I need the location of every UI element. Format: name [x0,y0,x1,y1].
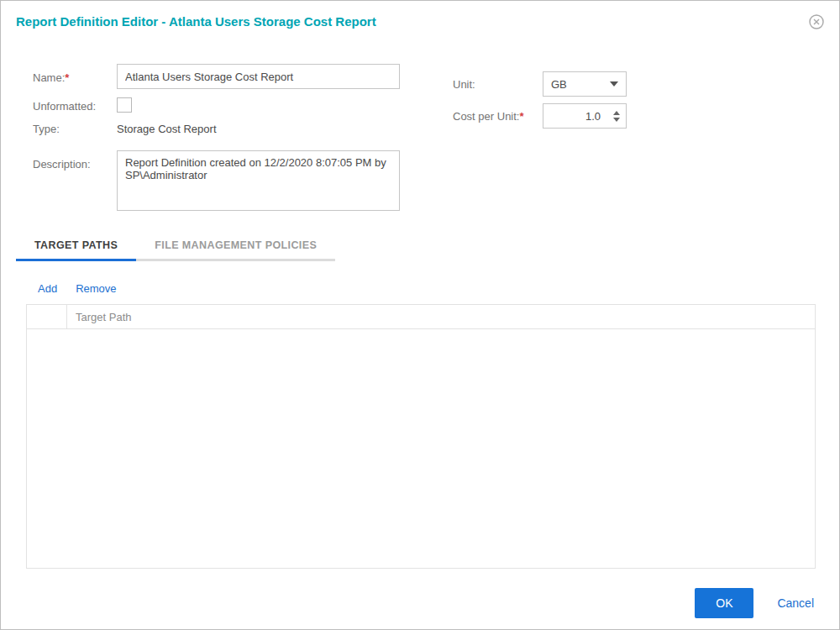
dialog-title: Report Definition Editor - Atlanta Users… [16,14,376,29]
unit-label: Unit: [453,78,475,91]
target-paths-table: Target Path [26,304,816,569]
table-body-empty[interactable] [27,329,815,568]
unformatted-checkbox[interactable] [117,97,132,113]
table-header-row: Target Path [27,305,815,329]
cancel-button[interactable]: Cancel [777,596,814,610]
spin-down-icon[interactable] [613,118,620,122]
chevron-down-icon [610,81,618,87]
add-button[interactable]: Add [38,282,57,295]
unit-dropdown-value: GB [551,78,567,91]
type-label: Type: [33,123,60,135]
grid-toolbar: Add Remove [38,282,117,295]
cost-per-unit-label: Cost per Unit:* [453,110,524,123]
tab-file-management-policies[interactable]: FILE MANAGEMENT POLICIES [136,233,335,261]
target-path-column-header[interactable]: Target Path [67,305,132,328]
type-value: Storage Cost Report [117,123,217,135]
name-input[interactable] [117,64,400,89]
name-required-asterisk: * [65,71,69,84]
selector-column-header [27,305,67,328]
unformatted-label: Unformatted: [33,100,96,113]
spinner-arrows-icon[interactable] [607,104,626,128]
cost-required-asterisk: * [519,110,523,123]
close-icon[interactable] [809,14,824,29]
description-label: Description: [33,158,91,171]
unit-dropdown[interactable]: GB [543,71,627,97]
name-label: Name:* [33,71,69,84]
cost-per-unit-value: 1.0 [543,110,607,123]
spin-up-icon[interactable] [613,111,620,115]
dialog-footer: OK Cancel [695,588,814,618]
cost-per-unit-stepper[interactable]: 1.0 [543,103,627,129]
report-definition-editor-dialog: Report Definition Editor - Atlanta Users… [0,0,840,630]
ok-button[interactable]: OK [695,588,753,618]
tab-bar: TARGET PATHS FILE MANAGEMENT POLICIES [16,233,335,261]
tab-target-paths[interactable]: TARGET PATHS [16,233,136,261]
remove-button[interactable]: Remove [76,282,116,295]
description-textarea[interactable]: Report Definition created on 12/2/2020 8… [117,150,400,211]
